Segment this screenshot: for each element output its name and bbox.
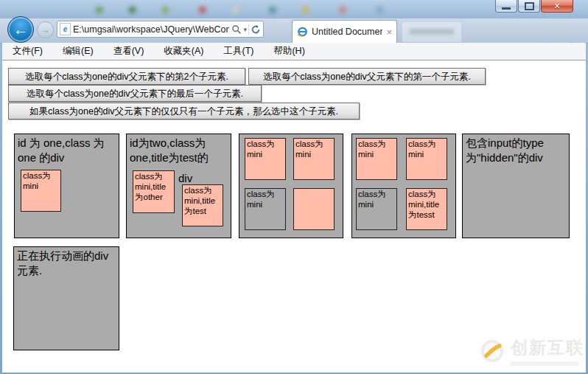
select-2nd-child-button[interactable]: 选取每个class为one的div父元素下的第2个子元素. <box>8 68 245 85</box>
close-icon: ✕ <box>553 2 560 10</box>
animating-div-label: 正在执行动画的div元素. <box>17 249 108 277</box>
div-one-container: id 为 one,class 为 one 的div class为mini <box>14 134 119 238</box>
menu-file[interactable]: 文件(F) <box>13 45 43 58</box>
hidden-input-container: 包含input的type为"hidden"的div <box>462 134 570 238</box>
watermark: 创新互联 <box>480 330 584 372</box>
forward-icon: → <box>41 25 50 35</box>
mini-div-gray: class为mini <box>356 188 397 230</box>
blurred-tab-text <box>410 29 454 35</box>
mini-div: class为mini <box>356 138 397 180</box>
tab-title: Untitled Document <box>312 27 382 37</box>
mini-div-gray: class为mini <box>245 188 286 230</box>
mini-div: class为mini <box>293 138 335 180</box>
menu-favorites[interactable]: 收藏夹(A) <box>164 45 203 58</box>
div-two-container: id为two,class为one,title为test的 div class为m… <box>126 134 231 238</box>
close-window-button[interactable]: ✕ <box>541 0 573 13</box>
blurred-desktop-icons <box>66 5 479 15</box>
mini-div: class为mini <box>406 138 447 180</box>
mini-div-title-test: class为mini,title为test <box>182 184 223 226</box>
select-only-child-button[interactable]: 如果class为one的div父元素下的仅仅只有一个子元素，那么选中这个子元素. <box>8 103 360 120</box>
maximize-icon <box>525 2 534 10</box>
hidden-input-label: 包含input的type为"hidden"的div <box>466 136 544 164</box>
tab-untitled-document[interactable]: Untitled Document × <box>292 20 397 43</box>
page-favicon-icon: e <box>60 23 71 35</box>
watermark-subtitle-blur <box>511 361 578 366</box>
menu-view[interactable]: 查看(V) <box>113 45 144 58</box>
inactive-tab[interactable] <box>402 22 461 42</box>
watermark-text-block: 创新互联 <box>511 336 584 366</box>
select-last-child-button[interactable]: 选取每个class为one的div父元素下的最后一个子元素. <box>8 85 262 102</box>
mini-div: class为mini <box>245 138 286 180</box>
divider <box>248 24 249 35</box>
forward-button[interactable]: → <box>37 21 54 38</box>
watermark-brand: 创新互联 <box>511 336 584 359</box>
mini-grid-container-1: class为mini class为mini class为mini <box>239 134 343 238</box>
minimize-button[interactable] <box>495 0 517 13</box>
div-two-label: id为two,class为one,title为test的 <box>130 136 209 164</box>
mini-div-title-tesst: class为mini,title为tesst <box>406 188 447 230</box>
search-icon[interactable] <box>231 24 242 35</box>
watermark-logo-icon <box>480 337 505 365</box>
select-first-child-button[interactable]: 选取每个class为one的div父元素下的第一个子元素. <box>248 68 486 85</box>
page-content: 选取每个class为one的div父元素下的第2个子元素. 选取每个class为… <box>2 60 586 373</box>
minimize-icon <box>502 7 511 10</box>
refresh-icon[interactable] <box>251 24 261 35</box>
window-controls: ✕ <box>495 0 573 13</box>
back-button[interactable]: ← <box>7 16 34 43</box>
mini-div-title-other: class为mini,title为other <box>133 170 175 213</box>
menu-help[interactable]: 帮助(H) <box>273 45 304 58</box>
menu-bar: 文件(F) 编辑(E) 查看(V) 收藏夹(A) 工具(T) 帮助(H) <box>2 43 586 60</box>
div-one-label: id 为 one,class 为 one 的div <box>18 136 105 164</box>
div-two-label-tail: div <box>178 171 192 186</box>
window-titlebar: ✕ <box>0 0 588 18</box>
menu-edit[interactable]: 编辑(E) <box>63 45 94 58</box>
ie-logo-icon <box>297 26 308 38</box>
mini-grid-container-2: class为mini class为mini class为mini class为m… <box>351 134 456 238</box>
mini-div: class为mini <box>21 170 61 212</box>
autocomplete-caret-icon[interactable]: ▾ <box>243 26 247 33</box>
maximize-button[interactable] <box>518 0 540 13</box>
back-icon: ← <box>13 22 28 37</box>
address-bar[interactable]: e E:\umgsai\workspace\JQuery\WebConte ▾ <box>57 21 264 38</box>
tab-close-icon[interactable]: × <box>386 27 392 37</box>
mini-div-empty <box>293 188 335 230</box>
animating-div-container: 正在执行动画的div元素. <box>13 246 119 350</box>
address-input[interactable]: E:\umgsai\workspace\JQuery\WebConte <box>73 24 229 35</box>
menu-tools[interactable]: 工具(T) <box>223 45 253 58</box>
address-bar-tools: ▾ <box>231 24 261 35</box>
